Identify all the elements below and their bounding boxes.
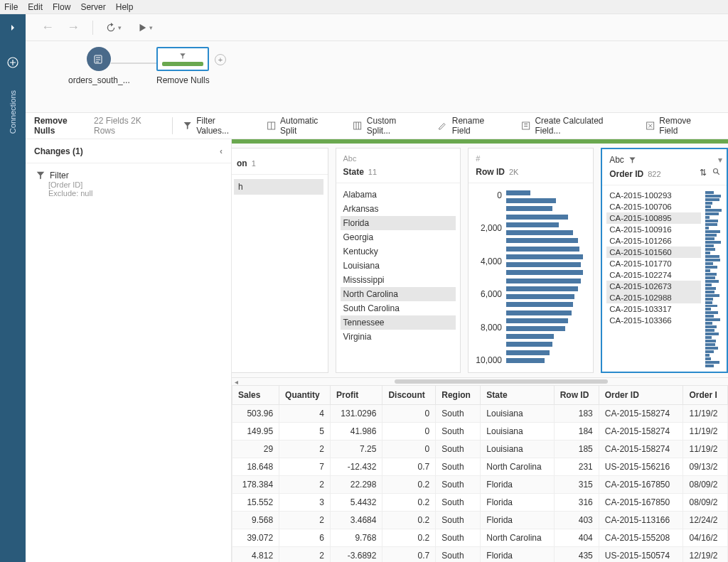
list-item[interactable]: CA-2015-100706 [606, 201, 701, 212]
rename-field-button[interactable]: Rename Field [438, 116, 503, 136]
change-item[interactable]: Filter [Order ID] Exclude: null [26, 163, 231, 205]
nav-forward[interactable]: → [67, 20, 80, 35]
svg-point-13 [713, 169, 717, 173]
list-item[interactable]: North Carolina [341, 287, 456, 301]
changes-header: Changes (1) [34, 146, 83, 156]
changes-panel: Changes (1) ‹ Filter [Order ID] Exclude:… [26, 139, 232, 562]
table-row[interactable]: 18.6487-12.4320.7SouthNorth Carolina231U… [232, 458, 728, 476]
automatic-split-button[interactable]: Automatic Split [267, 116, 335, 136]
add-step-button[interactable]: + [215, 54, 226, 65]
list-item[interactable]: Tennessee [341, 315, 456, 330]
connections-label: Connections [9, 90, 17, 134]
table-row[interactable]: 503.964131.02960SouthLouisiana183CA-2015… [232, 405, 728, 423]
sort-icon[interactable]: ⇅ [700, 168, 707, 178]
column-header[interactable]: Row ID [554, 386, 599, 405]
list-item[interactable]: CA-2015-100916 [606, 224, 701, 235]
table-row[interactable]: 39.07269.7680.2SouthNorth Carolina404CA-… [232, 529, 728, 547]
flow-clean-label: Remove Nulls [156, 75, 210, 85]
flow-canvas[interactable]: orders_south_... Remove Nulls + [26, 41, 728, 112]
main-area: Changes (1) ‹ Filter [Order ID] Exclude:… [26, 139, 728, 562]
table-row[interactable]: 2927.250SouthLouisiana185CA-2015-1582741… [232, 441, 728, 458]
list-item[interactable]: CA-2015-100293 [606, 190, 701, 201]
column-header[interactable]: State [481, 386, 554, 405]
column-header[interactable]: Order I [683, 386, 728, 405]
type-abc-icon: Abc [609, 155, 624, 165]
list-item[interactable]: South Carolina [341, 301, 456, 315]
list-item[interactable]: Florida [341, 216, 456, 230]
field-card-rowid[interactable]: # Row ID2K 02,0004,0006,0008,00010,000 [468, 148, 594, 373]
type-abc-icon: Abc [343, 154, 454, 163]
menubar: File Edit Flow Server Help [0, 0, 728, 14]
menu-server[interactable]: Server [80, 2, 105, 12]
list-item[interactable]: CA-2015-103366 [606, 315, 701, 326]
flow-clean-node[interactable] [156, 47, 209, 71]
list-item[interactable]: CA-2015-101770 [606, 258, 701, 269]
sidebar-toggle[interactable] [0, 14, 26, 41]
svg-line-14 [717, 173, 719, 175]
menu-edit[interactable]: Edit [28, 2, 43, 12]
column-header[interactable]: Profit [331, 386, 382, 405]
column-header[interactable]: Order ID [599, 386, 683, 405]
table-row[interactable]: 4.8122-3.68920.7SouthFlorida435US-2015-1… [232, 547, 728, 563]
menu-file[interactable]: File [4, 2, 18, 12]
column-header[interactable]: Quantity [279, 386, 331, 405]
table-row[interactable]: 178.384222.2980.2SouthFlorida315CA-2015-… [232, 476, 728, 494]
run-button[interactable]: ▾ [137, 23, 153, 33]
svg-rect-5 [354, 122, 361, 129]
list-item[interactable]: CA-2015-103317 [606, 303, 701, 315]
card-menu-button[interactable]: ▾ [718, 155, 722, 165]
list-item[interactable]: Louisiana [341, 259, 456, 273]
table-row[interactable]: 15.55235.44320.2SouthFlorida316CA-2015-1… [232, 494, 728, 512]
table-row[interactable]: 149.95541.9860SouthLouisiana184CA-2015-1… [232, 423, 728, 441]
field-cards-row: on1 h Abc State11 AlabamaArkansasFlorida… [232, 144, 728, 378]
filter-values-button[interactable]: Filter Values... [183, 116, 248, 136]
list-item[interactable]: Alabama [341, 188, 456, 202]
type-number-icon: # [476, 154, 586, 163]
list-item[interactable]: Arkansas [341, 202, 456, 216]
refresh-button[interactable]: ▾ [106, 23, 122, 33]
list-item[interactable]: Georgia [341, 230, 456, 244]
nav-back[interactable]: ← [41, 20, 54, 35]
step-toolbar: Remove Nulls 22 Fields 2K Rows Filter Va… [26, 112, 728, 139]
column-header[interactable]: Region [436, 386, 481, 405]
field-card-orderid[interactable]: Abc ▾ Order ID822 ⇅ CA-2015-100293CA-201… [601, 148, 728, 373]
list-item[interactable]: CA-2015-101266 [606, 235, 701, 247]
column-header[interactable]: Sales [232, 386, 279, 405]
list-item[interactable]: Virginia [341, 330, 456, 344]
filter-icon [36, 171, 46, 180]
field-card-partial[interactable]: on1 h [232, 148, 328, 373]
collapse-changes-button[interactable]: ‹ [220, 146, 223, 156]
step-title: Remove Nulls [34, 116, 88, 136]
table-row[interactable]: 9.56823.46840.2SouthFlorida403CA-2015-11… [232, 512, 728, 529]
field-card-state[interactable]: Abc State11 AlabamaArkansasFloridaGeorgi… [336, 148, 461, 373]
svg-text:=: = [524, 121, 528, 129]
menu-help[interactable]: Help [116, 2, 134, 12]
app-toolbar: ← → ▾ ▾ [0, 14, 728, 41]
menu-flow[interactable]: Flow [53, 2, 70, 12]
filter-icon [628, 156, 636, 164]
list-item[interactable]: CA-2015-100895 [606, 212, 701, 224]
custom-split-button[interactable]: Custom Split... [353, 116, 419, 136]
filter-icon [179, 53, 186, 60]
search-icon[interactable] [712, 168, 721, 178]
step-subtitle: 22 Fields 2K Rows [94, 116, 162, 136]
remove-field-button[interactable]: Remove Field [646, 116, 710, 136]
list-item[interactable]: CA-2015-102988 [606, 292, 701, 303]
left-rail: Connections [0, 41, 26, 562]
flow-source-label: orders_south_... [68, 75, 130, 85]
column-header[interactable]: Discount [382, 386, 436, 405]
list-item[interactable]: CA-2015-101560 [606, 247, 701, 258]
create-calculated-field-button[interactable]: =Create Calculated Field... [521, 116, 627, 136]
add-connection-button[interactable] [7, 57, 18, 70]
list-item[interactable]: Mississippi [341, 273, 456, 287]
data-grid[interactable]: SalesQuantityProfitDiscountRegionStateRo… [232, 385, 728, 562]
list-item[interactable]: CA-2015-102673 [606, 281, 701, 292]
flow-source-node[interactable] [87, 47, 111, 71]
list-item[interactable]: Kentucky [341, 244, 456, 259]
horizontal-scrollbar[interactable]: ◂ [232, 378, 728, 385]
list-item[interactable]: CA-2015-102274 [606, 269, 701, 281]
